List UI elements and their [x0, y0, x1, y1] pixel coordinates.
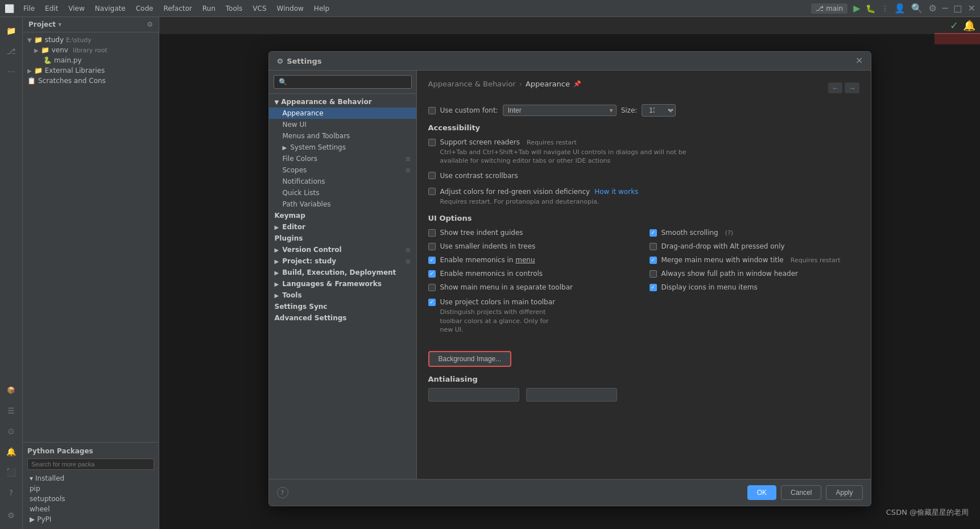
nav-settings-sync[interactable]: Settings Sync	[269, 301, 416, 312]
dialog-search-input[interactable]	[274, 75, 412, 89]
settings-bottom-icon[interactable]: ⚙	[2, 506, 20, 524]
nav-editor-label: Editor	[282, 223, 305, 231]
nav-editor[interactable]: ▶ Editor	[269, 221, 416, 233]
terminal-icon[interactable]: ⬛	[2, 463, 20, 481]
menu-run[interactable]: Run	[198, 3, 220, 14]
nav-new-ui[interactable]: New UI	[269, 119, 416, 130]
profile-icon[interactable]: 👤	[894, 3, 905, 14]
ok-button[interactable]: OK	[747, 485, 776, 500]
display-icons-checkbox[interactable]	[650, 284, 657, 291]
apply-button[interactable]: Apply	[826, 485, 862, 500]
more-icon[interactable]: ⋮	[881, 4, 888, 13]
smooth-scrolling-help-icon[interactable]: (?)	[725, 229, 733, 237]
branch-selector[interactable]: ⎇ main	[811, 3, 847, 14]
project-colors-checkbox[interactable]	[428, 299, 436, 306]
size-select[interactable]: 13 11 12 14 16	[642, 104, 676, 117]
package-search-input[interactable]	[27, 458, 154, 470]
nav-menus-toolbars[interactable]: Menus and Toolbars	[269, 130, 416, 142]
nav-back-button[interactable]: ←	[828, 82, 842, 93]
nav-menus-toolbars-label: Menus and Toolbars	[283, 132, 350, 140]
nav-appearance[interactable]: Appearance	[269, 108, 416, 119]
help-button[interactable]: ?	[277, 487, 288, 498]
nav-path-variables[interactable]: Path Variables	[269, 199, 416, 210]
adjust-colors-checkbox[interactable]	[428, 188, 436, 195]
minimize-button[interactable]: ─	[942, 3, 948, 14]
mnemonics-controls-checkbox[interactable]	[428, 270, 436, 278]
debug-icon[interactable]: 🐛	[866, 4, 875, 13]
contrast-scrollbars-checkbox[interactable]	[428, 172, 436, 179]
nav-quick-lists[interactable]: Quick Lists	[269, 187, 416, 199]
nav-scopes[interactable]: Scopes ⊞	[269, 164, 416, 176]
setuptools-label: setuptools	[30, 495, 65, 503]
how-it-works-link[interactable]: How it works	[594, 188, 638, 196]
custom-font-row: Use custom font: Inter Arial Consolas Si…	[428, 104, 859, 117]
screen-readers-checkbox[interactable]	[428, 139, 436, 146]
dialog-close-button[interactable]: ✕	[855, 56, 863, 65]
more-tools-icon[interactable]: ···	[2, 63, 20, 81]
cancel-button[interactable]: Cancel	[781, 485, 821, 500]
nav-file-colors[interactable]: File Colors ⊞	[269, 153, 416, 164]
menu-help[interactable]: Help	[309, 3, 334, 14]
notifications-bell-icon[interactable]: 🔔	[963, 19, 975, 31]
tree-item-venv[interactable]: ▶ 📁 venv library root	[23, 45, 159, 55]
menu-refactor[interactable]: Refactor	[159, 3, 196, 14]
background-image-button[interactable]: Background Image...	[428, 351, 512, 367]
smaller-indents-checkbox[interactable]	[428, 243, 436, 250]
project-view-icon[interactable]: 📁	[2, 22, 20, 40]
antialiasing-select-1[interactable]	[428, 388, 519, 402]
nav-project-study[interactable]: ▶ Project: study ⊞	[269, 255, 416, 267]
pkg-item-setuptools[interactable]: setuptools	[27, 494, 154, 504]
maximize-button[interactable]: □	[953, 3, 962, 14]
tree-item-scratches[interactable]: 📋 Scratches and Cons	[23, 76, 159, 86]
nav-build[interactable]: ▶ Build, Execution, Deployment	[269, 267, 416, 278]
nav-forward-button[interactable]: →	[845, 82, 859, 93]
settings-icon[interactable]: ⚙	[928, 3, 936, 14]
help-icon[interactable]: ?	[2, 483, 20, 502]
nav-appearance-behavior[interactable]: ▼ Appearance & Behavior	[269, 96, 416, 108]
search-icon[interactable]: 🔍	[911, 3, 923, 14]
notification-icon[interactable]: 🔔	[2, 443, 20, 461]
main-menu-toolbar-checkbox[interactable]	[428, 284, 436, 291]
nav-file-colors-label: File Colors	[283, 155, 317, 163]
full-path-checkbox[interactable]	[650, 270, 657, 278]
nav-plugins[interactable]: Plugins	[269, 233, 416, 244]
nav-system-settings[interactable]: ▶ System Settings	[269, 142, 416, 153]
pkg-item-pip[interactable]: pip	[27, 483, 154, 494]
font-select[interactable]: Inter Arial Consolas	[503, 105, 617, 116]
menu-edit[interactable]: Edit	[40, 3, 63, 14]
antialiasing-select-2[interactable]	[526, 388, 617, 402]
smooth-scrolling-checkbox[interactable]	[650, 229, 657, 237]
installed-header[interactable]: ▾ Installed	[27, 473, 154, 483]
menu-code[interactable]: Code	[131, 3, 158, 14]
antialiasing-label: Antialiasing	[428, 375, 859, 383]
tree-indent-checkbox[interactable]	[428, 229, 436, 237]
todo-icon[interactable]: ⊙	[2, 422, 20, 440]
tree-item-external-libs[interactable]: ▶ 📁 External Libraries	[23, 65, 159, 76]
pypi-header[interactable]: ▶ PyPI	[27, 514, 154, 524]
menu-window[interactable]: Window	[272, 3, 308, 14]
pkg-item-wheel[interactable]: wheel	[27, 504, 154, 514]
git-icon[interactable]: ⎇	[2, 42, 20, 60]
tree-item-study[interactable]: ▼ 📁 study E:\study	[23, 35, 159, 45]
nav-advanced-settings[interactable]: Advanced Settings	[269, 312, 416, 324]
panel-options-icon[interactable]: ⚙	[147, 20, 153, 28]
nav-notifications[interactable]: Notifications	[269, 176, 416, 187]
tree-item-main-py[interactable]: 🐍 main.py	[23, 55, 159, 65]
menu-view[interactable]: View	[64, 3, 89, 14]
menu-navigate[interactable]: Navigate	[90, 3, 130, 14]
nav-keymap[interactable]: Keymap	[269, 210, 416, 221]
layers-icon[interactable]: ☰	[2, 402, 20, 420]
merge-menu-checkbox[interactable]	[650, 257, 657, 264]
nav-tools[interactable]: ▶ Tools	[269, 290, 416, 301]
menu-file[interactable]: File	[19, 3, 39, 14]
nav-languages[interactable]: ▶ Languages & Frameworks	[269, 278, 416, 290]
python-packages-icon[interactable]: 📦	[2, 381, 20, 399]
close-button[interactable]: ✕	[968, 3, 975, 14]
menu-vcs[interactable]: VCS	[248, 3, 271, 14]
menu-tools[interactable]: Tools	[221, 3, 247, 14]
run-button[interactable]: ▶	[853, 3, 860, 14]
mnemonics-menu-checkbox[interactable]	[428, 257, 436, 264]
use-custom-font-checkbox[interactable]	[428, 107, 436, 114]
drag-drop-checkbox[interactable]	[650, 243, 657, 250]
nav-version-control[interactable]: ▶ Version Control ⊞	[269, 244, 416, 255]
